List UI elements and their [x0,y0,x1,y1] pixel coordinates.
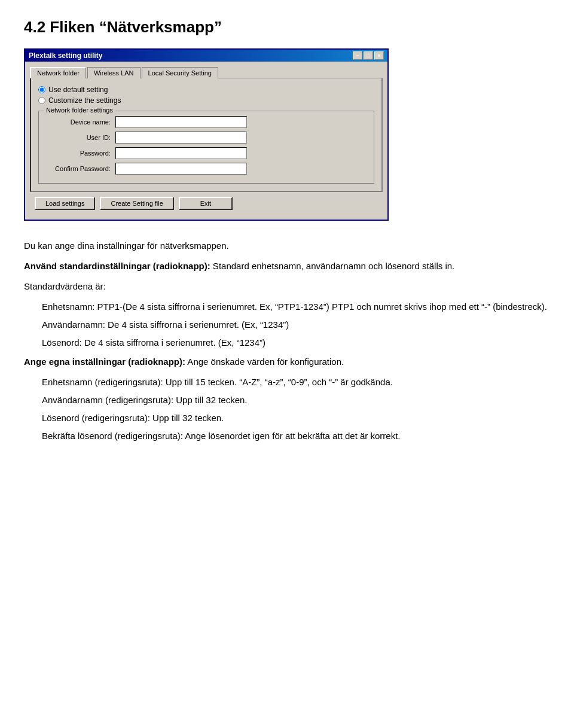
form-row-device-name: Device name: [45,116,368,128]
password-input[interactable] [115,147,247,159]
user-id-input[interactable] [115,132,247,144]
standard-values-heading: Standardvärdena är: [24,279,550,294]
titlebar-title: Plextalk setting utility [29,51,102,60]
exit-button[interactable]: Exit [179,197,233,210]
close-button[interactable]: × [374,51,384,60]
body-text: Du kan ange dina inställningar för nätve… [24,239,550,443]
customize-bold: Ange egna inställningar (radioknapp): [24,357,185,367]
tab-wireless-lan[interactable]: Wireless LAN [87,67,141,78]
form-row-confirm-password: Confirm Password: [45,163,368,175]
final-line-username: Användarnamn (redigeringsruta): Upp till… [42,393,550,407]
create-setting-file-button[interactable]: Create Setting file [100,197,173,210]
standard-value-username: Användarnamn: De 4 sista siffrorna i ser… [42,318,550,332]
form-row-password: Password: [45,147,368,159]
network-folder-settings-group: Network folder settings Device name: Use… [38,111,374,184]
final-lines-list: Enhetsnamn (redigeringsruta): Upp till 1… [42,375,550,443]
win-dialog: Plextalk setting utility − □ × Network f… [24,48,389,221]
load-settings-button[interactable]: Load settings [35,197,95,210]
radio-customize[interactable] [38,97,45,104]
final-line-device-name: Enhetsnamn (redigeringsruta): Upp till 1… [42,375,550,389]
radio-item-customize[interactable]: Customize the settings [38,96,374,105]
radio-customize-label: Customize the settings [48,96,121,105]
group-box-label: Network folder settings [44,106,115,114]
dialog-buttons: Load settings Create Setting file Exit [30,192,383,215]
radio-use-default[interactable] [38,86,45,93]
dialog-wrapper: Plextalk setting utility − □ × Network f… [24,48,550,221]
standard-value-device-name: Enhetsnamn: PTP1-(De 4 sista siffrorna i… [42,300,550,314]
radio-item-default[interactable]: Use default setting [38,86,374,94]
use-default-bold: Använd standardinställningar (radioknapp… [24,261,210,271]
tab-local-security[interactable]: Local Security Setting [142,67,218,78]
standard-values-list: Enhetsnamn: PTP1-(De 4 sista siffrorna i… [42,300,550,350]
password-label: Password: [45,150,111,157]
minimize-button[interactable]: − [353,51,362,60]
use-default-rest: Standard enhetsnamn, användarnamn och lö… [210,261,455,271]
dialog-content: Network folder Wireless LAN Local Securi… [25,62,387,220]
customize-rest: Ange önskade värden för konfiguration. [185,357,344,367]
tab-network-folder[interactable]: Network folder [30,67,86,78]
titlebar-controls: − □ × [353,51,384,60]
device-name-input[interactable] [115,116,247,128]
titlebar: Plextalk setting utility − □ × [25,50,387,62]
radio-group: Use default setting Customize the settin… [38,86,374,105]
confirm-password-label: Confirm Password: [45,165,111,172]
form-row-user-id: User ID: [45,132,368,144]
customize-paragraph: Ange egna inställningar (radioknapp): An… [24,355,550,369]
maximize-button[interactable]: □ [364,51,373,60]
tab-bar: Network folder Wireless LAN Local Securi… [30,66,383,78]
tab-panel: Use default setting Customize the settin… [30,78,383,192]
use-default-paragraph: Använd standardinställningar (radioknapp… [24,259,550,273]
device-name-label: Device name: [45,118,111,126]
page-heading: 4.2 Fliken “Nätverksmapp” [24,18,550,36]
confirm-password-input[interactable] [115,163,247,175]
final-line-confirm-password: Bekräfta lösenord (redigeringsruta): Ang… [42,429,550,443]
intro-paragraph: Du kan ange dina inställningar för nätve… [24,239,550,253]
radio-use-default-label: Use default setting [48,86,108,94]
final-line-password: Lösenord (redigeringsruta): Upp till 32 … [42,411,550,425]
user-id-label: User ID: [45,134,111,141]
standard-value-password: Lösenord: De 4 sista siffrorna i serienu… [42,336,550,350]
